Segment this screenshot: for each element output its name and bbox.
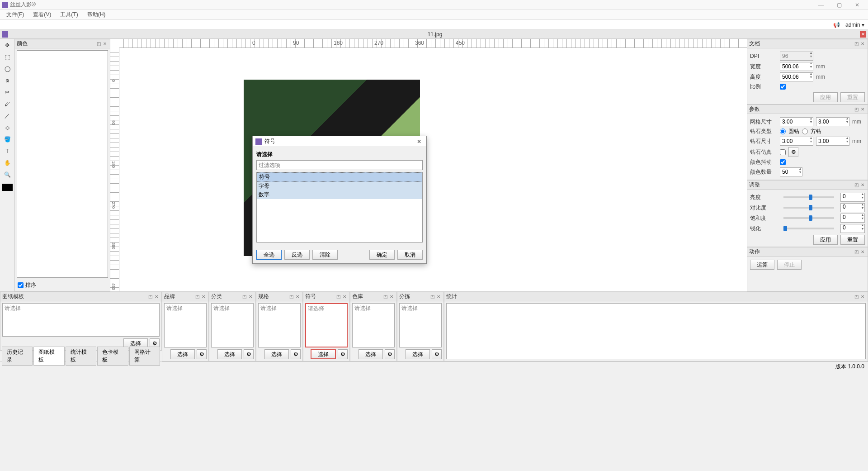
category-select-button[interactable]: 选择	[217, 349, 242, 359]
adjust-apply-button[interactable]: 应用	[813, 235, 838, 245]
color-list[interactable]	[17, 50, 108, 278]
list-item[interactable]: 符号	[257, 172, 422, 182]
palette-select-button[interactable]: 选择	[359, 349, 383, 359]
category-gear-icon[interactable]: ⚙	[244, 349, 254, 359]
color-panel-close[interactable]: ✕	[102, 41, 108, 47]
square-radio[interactable]	[802, 128, 808, 134]
brand-gear-icon[interactable]: ⚙	[197, 349, 207, 359]
size-w-field[interactable]: 3.00	[780, 137, 813, 146]
brand-list[interactable]: 请选择	[164, 303, 207, 347]
tab-template[interactable]: 图纸模板	[33, 347, 64, 366]
adjust-undock[interactable]: ◰	[853, 182, 859, 188]
sim-checkbox[interactable]	[780, 149, 786, 155]
sat-field[interactable]: 0	[840, 214, 865, 223]
file-tab-close[interactable]: ✕	[860, 31, 866, 38]
ok-button[interactable]: 确定	[369, 250, 395, 260]
template-list[interactable]: 请选择	[2, 303, 160, 337]
adjust-reset-button[interactable]: 重置	[840, 235, 865, 245]
select-all-button[interactable]: 全选	[256, 250, 282, 260]
category-list[interactable]: 请选择	[211, 303, 254, 347]
sort-list[interactable]: 请选择	[399, 303, 442, 347]
menu-tools[interactable]: 工具(T)	[56, 10, 82, 19]
close-button[interactable]: ✕	[848, 0, 866, 10]
notify-icon[interactable]: 📢	[833, 22, 840, 28]
symbol-gear-icon[interactable]: ⚙	[338, 349, 348, 359]
list-item[interactable]: 字母	[257, 182, 422, 190]
contrast-slider[interactable]	[783, 207, 834, 209]
sharp-field[interactable]: 0	[840, 224, 865, 233]
text-icon[interactable]: T	[2, 147, 13, 156]
menu-file[interactable]: 文件(F)	[2, 10, 28, 19]
round-radio[interactable]	[780, 128, 786, 134]
tab-cardtpl[interactable]: 色卡模板	[97, 347, 128, 366]
doc-apply-button[interactable]: 应用	[813, 92, 838, 102]
move-tool-icon[interactable]: ✥	[2, 41, 13, 50]
tab-gridcalc[interactable]: 网格计算	[129, 347, 160, 366]
crop-icon[interactable]: ✂	[2, 88, 13, 97]
dialog-close-button[interactable]: ✕	[415, 138, 424, 145]
tab-stattpl[interactable]: 统计模板	[66, 347, 96, 366]
ratio-checkbox[interactable]	[780, 84, 786, 90]
palette-gear-icon[interactable]: ⚙	[385, 349, 395, 359]
spec-list[interactable]: 请选择	[258, 303, 301, 347]
brush-icon[interactable]: ／	[2, 111, 13, 120]
color-panel-undock[interactable]: ◰	[95, 41, 102, 47]
invert-button[interactable]: 反选	[284, 250, 310, 260]
sort-gear-icon[interactable]: ⚙	[432, 349, 442, 359]
grid-h-field[interactable]: 3.00	[816, 117, 849, 126]
canvas-area[interactable]: 0 90 180 270 360 450 0 90 180 270 360 45…	[110, 39, 747, 291]
clear-button[interactable]: 清除	[312, 250, 338, 260]
sharp-slider[interactable]	[783, 228, 834, 229]
spec-select-button[interactable]: 选择	[264, 349, 289, 359]
color-swatch[interactable]	[2, 184, 13, 191]
sort-select-button[interactable]: 选择	[406, 349, 430, 359]
menu-view[interactable]: 查看(V)	[28, 10, 56, 19]
run-button[interactable]: 运算	[750, 260, 774, 270]
spec-gear-icon[interactable]: ⚙	[291, 349, 301, 359]
height-field[interactable]: 500.06	[780, 72, 813, 81]
fill-icon[interactable]: 🪣	[2, 135, 13, 144]
brand-select-button[interactable]: 选择	[170, 349, 195, 359]
menu-help[interactable]: 帮助(H)	[83, 10, 110, 19]
filter-input[interactable]	[256, 160, 423, 170]
stop-button[interactable]: 停止	[777, 260, 802, 270]
cancel-button[interactable]: 取消	[397, 250, 423, 260]
width-field[interactable]: 500.06	[780, 62, 813, 71]
contrast-field[interactable]: 0	[840, 203, 865, 212]
file-tab-label[interactable]: 11.jpg	[10, 31, 860, 38]
palette-list[interactable]: 请选择	[352, 303, 395, 347]
action-undock[interactable]: ◰	[853, 249, 859, 255]
eyedropper-icon[interactable]: 🖊	[2, 100, 13, 109]
zoom-icon[interactable]: 🔍	[2, 170, 13, 179]
rect-select-icon[interactable]: ⬚	[2, 52, 13, 62]
sat-slider[interactable]	[783, 217, 834, 219]
sort-checkbox[interactable]	[18, 282, 24, 288]
doc-reset-button[interactable]: 重置	[840, 92, 865, 102]
doc-close[interactable]: ✕	[859, 41, 866, 47]
bright-field[interactable]: 0	[840, 193, 865, 202]
hand-icon[interactable]: ✋	[2, 158, 13, 167]
doc-undock[interactable]: ◰	[853, 41, 859, 47]
dialog-list[interactable]: 符号 字母 数字	[256, 172, 423, 243]
eraser-icon[interactable]: ◇	[2, 123, 13, 132]
minimize-button[interactable]: —	[812, 0, 830, 10]
tab-history[interactable]: 历史记录	[2, 347, 33, 366]
user-menu[interactable]: admin ▾	[845, 22, 864, 28]
list-item[interactable]: 数字	[257, 190, 422, 199]
symbol-list[interactable]: 请选择	[305, 303, 348, 347]
maximize-button[interactable]: ▢	[830, 0, 848, 10]
count-field[interactable]: 50	[780, 167, 802, 176]
ellipse-select-icon[interactable]: ◯	[2, 64, 13, 73]
params-close[interactable]: ✕	[859, 106, 866, 113]
action-close[interactable]: ✕	[859, 249, 866, 255]
params-undock[interactable]: ◰	[853, 106, 859, 113]
symbol-select-button[interactable]: 选择	[311, 349, 336, 359]
stats-list[interactable]	[446, 303, 866, 359]
dpi-field[interactable]: 96	[780, 52, 813, 61]
bright-slider[interactable]	[783, 196, 834, 198]
lasso-icon[interactable]: ɷ	[2, 76, 13, 85]
sim-gear-icon[interactable]: ⚙	[788, 147, 798, 157]
size-h-field[interactable]: 3.00	[816, 137, 849, 146]
adjust-close[interactable]: ✕	[859, 182, 866, 188]
grid-w-field[interactable]: 3.00	[780, 117, 813, 126]
